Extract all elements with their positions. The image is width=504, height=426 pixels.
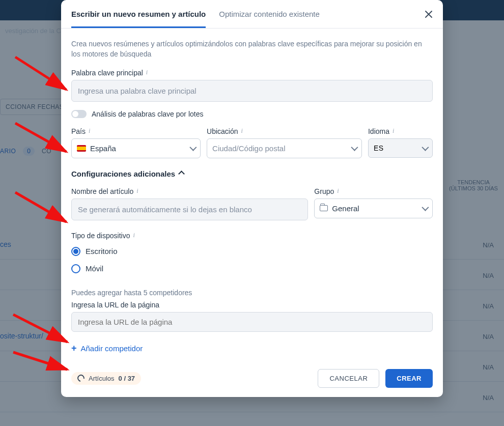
cancel-button[interactable]: CANCELAR [318, 369, 379, 388]
info-country-icon[interactable]: i [89, 127, 90, 135]
chevron-down-icon [189, 144, 197, 151]
flag-spain-icon [77, 145, 86, 152]
folder-icon [320, 205, 328, 211]
batch-analysis-label: Análisis de palabras clave por lotes [92, 110, 203, 118]
language-select[interactable]: ES [368, 138, 433, 158]
tab-new-article[interactable]: Escribir un nuevo resumen y artículo [71, 1, 206, 28]
competitor-url-label: Ingresa la URL de la página [71, 301, 159, 309]
modal-tabs: Escribir un nuevo resumen y artículo Opt… [61, 0, 443, 29]
device-mobile-radio[interactable]: Móvil [71, 260, 433, 277]
keyword-input[interactable] [71, 80, 433, 102]
competitor-url-input[interactable] [71, 312, 433, 332]
keyword-label: Palabra clave principal [71, 69, 143, 77]
plus-icon: + [71, 343, 77, 354]
tab-optimize-existing[interactable]: Optimizar contenido existente [219, 1, 320, 28]
gauge-icon [76, 373, 86, 383]
chevron-down-icon [351, 144, 358, 151]
article-name-label: Nombre del artículo [71, 187, 133, 195]
batch-analysis-toggle[interactable] [71, 110, 87, 118]
language-label: Idioma [368, 127, 389, 135]
chevron-up-icon [178, 171, 185, 177]
device-type-label: Tipo de dispositivo [71, 232, 130, 240]
create-article-modal: Escribir un nuevo resumen y artículo Opt… [61, 0, 443, 397]
location-label: Ubicación [207, 127, 238, 135]
info-keyword-icon[interactable]: i [146, 69, 148, 76]
create-button[interactable]: CREAR [385, 369, 433, 388]
additional-settings-toggle[interactable]: Configuraciones adicionales [71, 169, 433, 178]
info-article-name-icon[interactable]: i [136, 187, 138, 195]
chevron-down-icon [422, 144, 429, 151]
chevron-down-icon [422, 204, 429, 211]
close-modal-button[interactable] [422, 7, 436, 21]
info-group-icon[interactable]: i [337, 187, 339, 195]
competitors-hint: Puedes agregar hasta 5 competidores [71, 289, 433, 297]
modal-description: Crea nuevos resúmenes y artículos optimi… [71, 39, 433, 60]
group-label: Grupo [314, 187, 334, 195]
country-select[interactable]: España [71, 138, 201, 158]
group-select[interactable]: General [314, 198, 433, 218]
info-device-icon[interactable]: i [133, 232, 134, 239]
info-language-icon[interactable]: i [393, 127, 394, 135]
close-icon [425, 10, 433, 18]
device-desktop-radio[interactable]: Escritorio [71, 243, 433, 260]
article-name-input[interactable] [71, 198, 308, 220]
info-location-icon[interactable]: i [241, 127, 243, 135]
add-competitor-button[interactable]: + Añadir competidor [71, 343, 433, 354]
location-select[interactable]: Ciudad/Código postal [207, 138, 362, 158]
articles-count-badge: Artículos 0 / 37 [71, 372, 141, 385]
country-label: País [71, 127, 86, 135]
